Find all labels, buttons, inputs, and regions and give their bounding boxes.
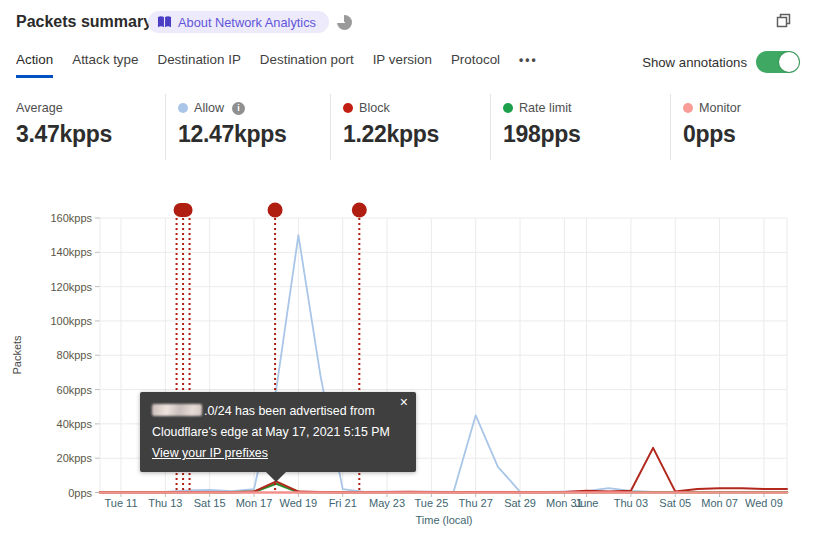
svg-text:80kpps: 80kpps (57, 349, 93, 361)
view-ip-prefixes-link[interactable]: View your IP prefixes (152, 446, 268, 460)
show-annotations-toggle[interactable] (756, 51, 800, 73)
pie-progress-icon (337, 15, 352, 30)
popout-icon[interactable] (774, 11, 793, 34)
stat-value: 0pps (683, 121, 816, 148)
stat-label: Average (16, 101, 63, 115)
tabs: ActionAttack typeDestination IPDestinati… (16, 52, 500, 78)
svg-text:May 23: May 23 (369, 497, 405, 509)
show-annotations-label: Show annotations (642, 55, 747, 70)
svg-text:Sat 29: Sat 29 (504, 497, 536, 509)
stat-rate-limit: Rate limit198pps (490, 94, 670, 160)
svg-text:Tue 11: Tue 11 (104, 497, 137, 509)
svg-text:Thu 13: Thu 13 (148, 497, 182, 509)
stat-value: 1.22kpps (343, 121, 490, 148)
svg-text:Thu 03: Thu 03 (614, 497, 648, 509)
tooltip-line-1: .0/24 has been advertised from (152, 401, 406, 422)
stat-label: Monitor (699, 101, 741, 115)
rate-limit-legend-dot (503, 103, 513, 113)
tab-destination-port[interactable]: Destination port (260, 52, 354, 78)
svg-text:40kpps: 40kpps (57, 418, 93, 430)
y-axis-title: Packets (11, 335, 23, 375)
block-legend-dot (343, 103, 353, 113)
stat-value: 12.47kpps (178, 121, 330, 148)
about-network-analytics-badge[interactable]: About Network Analytics (148, 11, 329, 33)
stat-average: Average3.47kpps (0, 94, 165, 160)
svg-text:0pps: 0pps (68, 487, 92, 499)
tooltip-line-2: Cloudflare's edge at May 17, 2021 5:15 P… (152, 422, 406, 443)
svg-text:60kpps: 60kpps (57, 384, 93, 396)
stat-label: Allow (194, 101, 224, 115)
svg-text:Wed 09: Wed 09 (745, 497, 783, 509)
toggle-knob (779, 52, 799, 72)
stat-value: 3.47kpps (16, 121, 165, 148)
svg-text:Fri 21: Fri 21 (329, 497, 357, 509)
page-title: Packets summary (16, 13, 152, 31)
svg-text:100kpps: 100kpps (50, 315, 92, 327)
tabs-row: ActionAttack typeDestination IPDestinati… (16, 52, 538, 78)
svg-text:Mon 17: Mon 17 (236, 497, 273, 509)
more-tabs-button[interactable]: ••• (519, 52, 538, 69)
annotation-tooltip: × .0/24 has been advertised from Cloudfl… (140, 392, 416, 472)
tab-action[interactable]: Action (16, 52, 53, 78)
show-annotations-control: Show annotations (642, 51, 800, 73)
stat-label: Rate limit (519, 101, 571, 115)
stat-value: 198pps (503, 121, 670, 148)
svg-text:Thu 27: Thu 27 (459, 497, 493, 509)
svg-text:20kpps: 20kpps (57, 452, 93, 464)
svg-text:120kpps: 120kpps (50, 281, 92, 293)
svg-text:Wed 19: Wed 19 (280, 497, 318, 509)
monitor-legend-dot (683, 103, 693, 113)
tab-ip-version[interactable]: IP version (373, 52, 432, 78)
svg-text:Sat 15: Sat 15 (194, 497, 226, 509)
close-icon[interactable]: × (400, 395, 408, 409)
tab-destination-ip[interactable]: Destination IP (157, 52, 240, 78)
badge-label: About Network Analytics (178, 15, 316, 30)
tab-attack-type[interactable]: Attack type (72, 52, 138, 78)
tooltip-caret (266, 472, 286, 482)
svg-text:Mon 07: Mon 07 (701, 497, 738, 509)
network-analytics-panel: Packets summary About Network Analytics … (0, 0, 816, 545)
svg-text:Sat 05: Sat 05 (659, 497, 691, 509)
tab-protocol[interactable]: Protocol (451, 52, 500, 78)
allow-legend-dot (178, 103, 188, 113)
svg-text:June: June (575, 497, 599, 509)
stat-block: Block1.22kpps (330, 94, 490, 160)
x-axis-title: Time (local) (415, 514, 472, 526)
stat-monitor: Monitor0pps (670, 94, 816, 160)
stat-label: Block (359, 101, 390, 115)
svg-text:Tue 25: Tue 25 (414, 497, 448, 509)
svg-text:160kpps: 160kpps (50, 212, 92, 224)
info-icon[interactable]: i (232, 102, 245, 115)
stat-allow: Allowi12.47kpps (165, 94, 330, 160)
packets-chart: 0pps20kpps40kpps60kpps80kpps100kpps120kp… (0, 190, 816, 545)
redacted-ip-prefix (152, 404, 202, 416)
stats-row: Average3.47kppsAllowi12.47kppsBlock1.22k… (0, 94, 816, 160)
svg-text:140kpps: 140kpps (50, 246, 92, 258)
chart-canvas: 0pps20kpps40kpps60kpps80kpps100kpps120kp… (0, 190, 816, 545)
book-icon (157, 15, 172, 29)
